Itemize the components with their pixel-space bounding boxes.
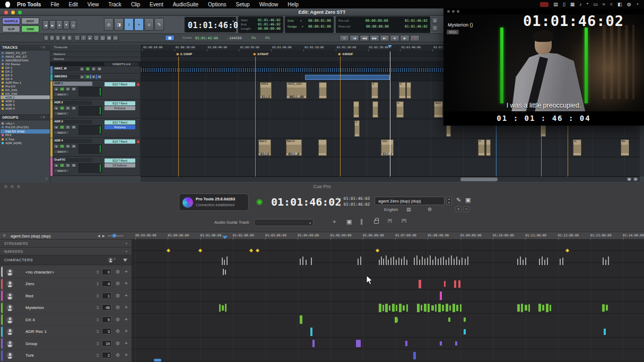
tab-to-transient-icon[interactable]: ◇ xyxy=(93,35,99,41)
audio-clip[interactable]: AMXZ_1003+ 0 dB xyxy=(286,82,307,99)
cue-event-bar[interactable] xyxy=(458,280,460,288)
marker-diamond-icon[interactable]: ◆ xyxy=(338,52,341,56)
cue-event-bar[interactable] xyxy=(550,305,551,311)
grid-label[interactable]: Grid xyxy=(288,19,293,22)
toolbar-focus-button[interactable]: a xyxy=(432,17,438,24)
character-row[interactable]: ZeroΣ4⚙+ xyxy=(1,279,131,289)
cue-event-bar[interactable] xyxy=(460,304,462,312)
track-list-item[interactable]: DX_Fill2 xyxy=(5,92,18,95)
track-view-selector[interactable]: wave ▾ xyxy=(54,130,69,135)
cue-event-bar[interactable] xyxy=(310,328,312,336)
video-minimize-button[interactable] xyxy=(452,10,455,13)
character-settings-icon[interactable]: ⚙ xyxy=(116,305,120,310)
track-list-item[interactable]: ADR 3 xyxy=(5,103,15,107)
ruler-gutter-markers[interactable]: Markers xyxy=(54,52,65,56)
insertion-follows-playback-icon[interactable]: ▸ xyxy=(87,35,93,41)
video-monitor-button[interactable]: ▣ xyxy=(465,197,471,204)
plugin-window-indicator[interactable] xyxy=(137,140,140,143)
online-button[interactable]: ⊙ xyxy=(340,35,349,41)
audio-clip[interactable] xyxy=(406,82,411,99)
subtitle-track-icon[interactable]: ▤ xyxy=(406,207,411,212)
cue-event-bar[interactable] xyxy=(417,304,420,312)
insert-slot[interactable]: EQ3 7-Band xyxy=(105,139,135,144)
cue-event-bar[interactable] xyxy=(396,318,398,322)
transport-panel[interactable]: Pre-roll 00:00:00:00 01:01:46:02 Post-ro… xyxy=(336,16,430,33)
ruler-gutter-scenes[interactable]: Scenes xyxy=(54,57,64,60)
marker-diamond-icon[interactable]: ◆ xyxy=(253,52,256,56)
record-enable-button[interactable]: ● xyxy=(80,75,84,79)
record-enable-button[interactable]: ● xyxy=(54,144,59,148)
cue-event-bar[interactable] xyxy=(382,305,384,311)
track-list-item[interactable]: AMXZ_MX_GT xyxy=(5,55,27,58)
record-enable-button[interactable]: ● xyxy=(54,125,59,129)
group-list-item[interactable]: <ALL> xyxy=(5,122,15,125)
audio-clip[interactable]: Bad Gi+ 0 dB xyxy=(286,139,302,156)
menu-help[interactable]: Help xyxy=(283,2,303,7)
track-list-item[interactable]: DX 4 xyxy=(5,77,12,81)
cue-event-bar[interactable] xyxy=(454,280,456,288)
cue-event-bar[interactable] xyxy=(521,304,523,312)
record-button[interactable]: ● xyxy=(410,35,420,41)
solo-button[interactable]: S xyxy=(91,75,96,79)
audio-guide-dropdown[interactable]: ▾ xyxy=(254,219,314,226)
character-row[interactable]: MysterionΣ46⚙+ xyxy=(1,303,131,313)
character-count-field[interactable]: 46 xyxy=(102,304,111,311)
play-button[interactable]: ▶ xyxy=(400,35,410,41)
character-add-icon[interactable]: + xyxy=(125,316,128,322)
stop-button[interactable]: ■ xyxy=(390,35,399,41)
menu-window[interactable]: Window xyxy=(255,2,283,7)
cue-marker-diamond[interactable]: ◆ xyxy=(256,248,259,253)
remove-cue-button[interactable]: − xyxy=(463,206,469,212)
mute-button[interactable]: M xyxy=(71,163,76,167)
edit-playhead-flag[interactable] xyxy=(388,45,392,48)
search-icon[interactable]: ○ xyxy=(610,2,613,7)
cue-event-bar[interactable] xyxy=(300,315,302,324)
transport-end-value[interactable]: 01:01:46:02 xyxy=(405,24,428,29)
group-list-item[interactable]: X Trks xyxy=(5,138,14,141)
delay-comp-indicator[interactable]: Dly xyxy=(251,36,256,39)
cue-event-bar[interactable] xyxy=(602,304,605,312)
siri-icon[interactable]: ◍ xyxy=(627,2,631,7)
zoom-toggle-button-1[interactable]: ▦ xyxy=(626,177,632,181)
add-character-plus[interactable]: + xyxy=(114,257,116,261)
mode-button-shuffle[interactable]: SHUFFLE xyxy=(2,17,20,24)
zoom-waveform-up-button[interactable]: ▲ xyxy=(56,20,63,30)
go-to-end-button[interactable]: ▶| xyxy=(380,35,389,41)
group-list-item[interactable]: PFX xyxy=(5,134,12,137)
record-enable-button[interactable]: ● xyxy=(54,106,59,110)
record-enable-button[interactable]: ● xyxy=(54,87,59,91)
cue-event-bar[interactable] xyxy=(379,304,381,312)
solo-button[interactable]: S xyxy=(65,87,71,91)
cue-event-bar[interactable] xyxy=(392,304,395,312)
nudge-label[interactable]: Nudge xyxy=(288,25,297,28)
track-list-item[interactable]: AMXZ_FX_GT xyxy=(5,51,26,55)
main-counter[interactable]: 01:01:46:02 ▾ xyxy=(185,17,236,32)
cue-event-bar[interactable] xyxy=(456,305,458,311)
cue-event-bar[interactable] xyxy=(421,305,422,311)
video-close-button[interactable] xyxy=(447,10,450,13)
zoom-toggle-button-2[interactable]: ▥ xyxy=(633,177,638,181)
scrubber-tool-button[interactable]: ∪ xyxy=(144,18,154,31)
menu-edit[interactable]: Edit xyxy=(64,2,83,7)
cue-event-bar[interactable] xyxy=(385,304,388,312)
trim-tool-button[interactable]: ◨ xyxy=(114,18,124,31)
input-monitor-button[interactable]: I xyxy=(85,75,90,79)
audio-clip[interactable]: A xyxy=(478,139,485,156)
character-row[interactable]: DX 4Σ5⚙+ xyxy=(1,314,131,325)
cue-event-bar[interactable] xyxy=(464,317,466,322)
pre-roll-value[interactable]: 00:00:00:00 xyxy=(365,19,388,23)
wifi-icon[interactable]: ≈ xyxy=(603,2,605,7)
ruler-gutter-timecode[interactable]: Timecode xyxy=(54,46,67,49)
cue-event-bar[interactable] xyxy=(419,280,421,288)
cue-event-bar[interactable] xyxy=(604,329,606,335)
mute-button[interactable]: M xyxy=(97,67,102,71)
zoom-slider-knob[interactable] xyxy=(112,234,116,237)
cue-event-bar[interactable] xyxy=(428,304,430,312)
track-list-item[interactable]: DX 3 xyxy=(5,74,12,77)
clock-icon[interactable]: ◔ xyxy=(636,2,639,7)
character-settings-icon[interactable]: ⚙ xyxy=(116,293,120,298)
track-view-selector[interactable]: wave ▾ xyxy=(54,111,69,116)
track-name[interactable]: ADR 3 xyxy=(53,120,92,124)
cue-event-bar[interactable] xyxy=(525,305,527,311)
lock-button[interactable] xyxy=(374,218,379,224)
